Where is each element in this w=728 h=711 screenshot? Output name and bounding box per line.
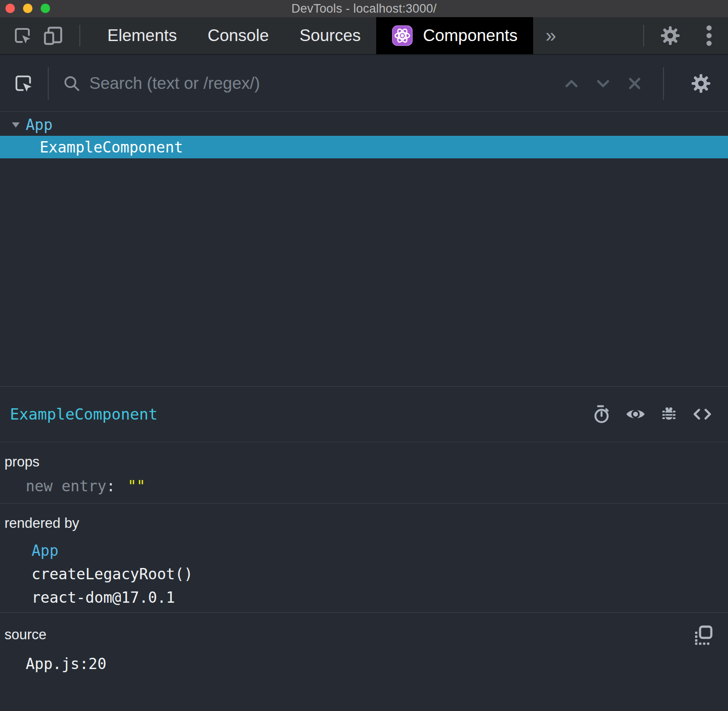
search-nav-controls (556, 67, 728, 100)
component-name: ExampleComponent (40, 139, 183, 156)
owner-item-reactdom-version: react-dom@17.0.1 (5, 586, 723, 609)
component-tree: App ExampleComponent (0, 112, 728, 387)
tab-label: Sources (299, 26, 361, 45)
tab-elements[interactable]: Elements (92, 17, 192, 54)
inspector-toolbar (592, 404, 713, 425)
inspect-dom-element-button[interactable] (625, 404, 646, 425)
previous-match-button[interactable] (556, 74, 587, 92)
rendered-by-section: rendered by App createLegacyRoot() react… (0, 503, 728, 613)
search-icon (62, 74, 81, 93)
debug-component-button[interactable] (659, 405, 678, 424)
prop-key[interactable]: new entry (26, 477, 106, 495)
devtools-window: DevTools - localhost:3000/ Elements Cons… (0, 0, 728, 711)
react-atom-icon (392, 25, 413, 46)
bug-icon (659, 405, 678, 424)
components-settings-button[interactable] (690, 73, 712, 94)
prop-value[interactable]: "" (128, 477, 146, 495)
kebab-menu-icon (706, 25, 712, 46)
selected-component-title: ExampleComponent (10, 405, 158, 423)
titlebar: DevTools - localhost:3000/ (0, 0, 728, 17)
search-input[interactable] (88, 74, 556, 93)
gear-icon (691, 73, 711, 94)
settings-button[interactable] (659, 25, 681, 46)
separator (79, 25, 80, 46)
copy-source-button[interactable] (693, 624, 714, 645)
separator (48, 67, 49, 100)
inspect-cursor-icon (12, 25, 33, 46)
traffic-lights (5, 4, 50, 13)
props-section: props new entry: "" (0, 442, 728, 503)
device-toolbar-icon (42, 24, 65, 47)
tab-label: Elements (107, 26, 177, 45)
minimize-window-button[interactable] (23, 4, 32, 13)
select-element-button[interactable] (12, 72, 35, 95)
zoom-window-button[interactable] (41, 4, 50, 13)
copy-icon (693, 624, 714, 645)
owner-item-createlegacyroot: createLegacyRoot() (5, 562, 723, 586)
clear-search-button[interactable] (619, 74, 650, 92)
chevron-up-icon (562, 74, 581, 92)
close-icon (626, 74, 644, 92)
tab-console[interactable]: Console (192, 17, 284, 54)
components-search-bar (0, 55, 728, 112)
caret-down-icon[interactable] (11, 121, 22, 128)
tab-components[interactable]: Components (376, 17, 533, 54)
tree-row-examplecomponent[interactable]: ExampleComponent (0, 136, 728, 158)
more-tabs-button[interactable]: » (539, 25, 562, 46)
next-match-button[interactable] (587, 74, 619, 92)
window-title: DevTools - localhost:3000/ (291, 2, 437, 16)
prop-entry-row: new entry: "" (5, 477, 723, 495)
suspend-component-button[interactable] (592, 404, 612, 424)
separator (663, 67, 664, 100)
eye-icon (625, 404, 646, 425)
inspect-cursor-icon (13, 73, 34, 94)
tabbar-right-controls (643, 24, 728, 47)
main-menu-button[interactable] (700, 24, 718, 47)
inspector-header: ExampleComponent (0, 387, 728, 442)
tab-sources[interactable]: Sources (284, 17, 376, 54)
owner-list: App createLegacyRoot() react-dom@17.0.1 (5, 539, 723, 609)
source-section: source (0, 613, 728, 711)
close-window-button[interactable] (5, 4, 15, 13)
separator (643, 25, 644, 46)
stopwatch-icon (592, 404, 612, 424)
source-header: source (5, 624, 723, 645)
source-location: App.js:20 (5, 655, 723, 673)
chevron-down-icon (594, 74, 612, 92)
component-inspector: ExampleComponent (0, 387, 728, 711)
prop-separator: : (106, 477, 115, 495)
view-source-button[interactable] (692, 404, 713, 425)
gear-icon (660, 25, 681, 46)
source-label: source (5, 627, 46, 643)
tree-row-app[interactable]: App (0, 113, 728, 136)
owner-item-app[interactable]: App (5, 539, 723, 562)
component-name: App (26, 116, 53, 134)
tab-label: Console (207, 26, 269, 45)
toggle-device-toolbar-button[interactable] (41, 23, 66, 48)
tab-label: Components (423, 26, 518, 45)
inspect-element-button[interactable] (11, 24, 34, 47)
props-label: props (5, 454, 723, 470)
rendered-by-label: rendered by (5, 515, 723, 531)
devtools-tabbar: Elements Console Sources Components » (0, 17, 728, 55)
code-brackets-icon (692, 404, 713, 425)
